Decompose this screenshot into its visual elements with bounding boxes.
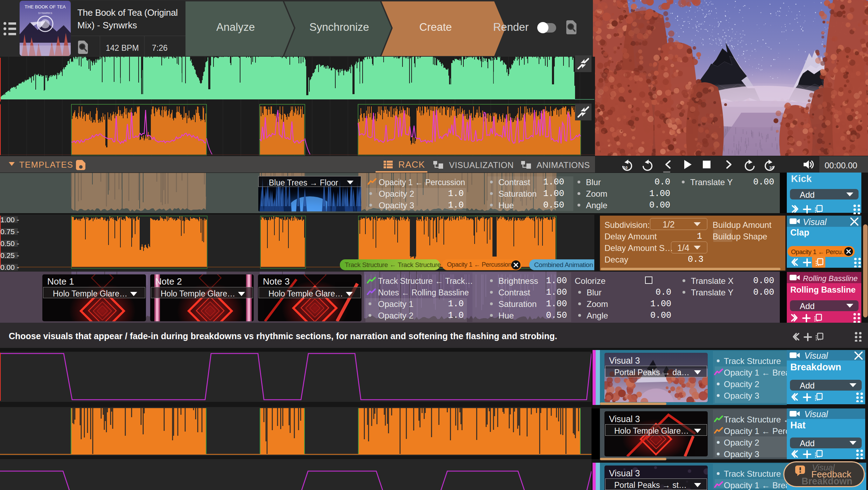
svg-text:10: 10: [623, 166, 628, 170]
svg-text:10: 10: [769, 166, 774, 170]
svg-text:THE BOOK OF TEA: THE BOOK OF TEA: [24, 4, 66, 9]
svg-text:SYNWRKS: SYNWRKS: [38, 12, 52, 15]
